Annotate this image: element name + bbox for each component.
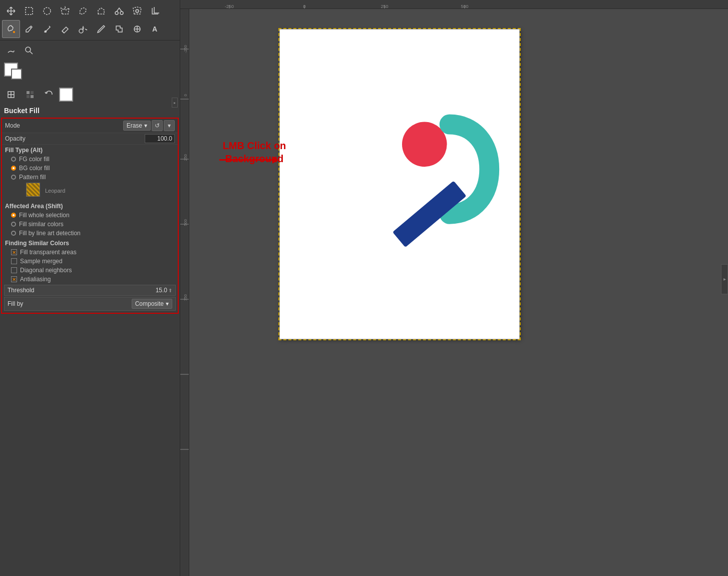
ruler-top: -250 0 250 500: [180, 0, 728, 9]
fill-whole-selection-option[interactable]: Fill whole selection: [2, 211, 178, 220]
diagonal-neighbors-checkbox[interactable]: [11, 267, 17, 273]
threshold-stepper[interactable]: ⬆: [168, 288, 172, 293]
ruler-v-mark-500: 500: [183, 219, 188, 226]
svg-point-2: [115, 12, 118, 15]
move-tool-icon[interactable]: [2, 2, 20, 20]
pencil-icon[interactable]: [20, 20, 38, 38]
paintbrush-icon[interactable]: [38, 20, 56, 38]
drawing-canvas[interactable]: [279, 29, 520, 339]
threshold-row[interactable]: Threshold 15.0 ⬆: [4, 285, 176, 296]
ruler-ticks: [189, 0, 728, 9]
fg-color-fill-radio[interactable]: [11, 157, 16, 162]
color-select-icon[interactable]: [92, 2, 110, 20]
tool-title: Bucket Fill: [0, 105, 180, 117]
svg-point-1: [44, 8, 51, 15]
fill-by-line-art-radio[interactable]: [11, 231, 16, 236]
svg-rect-15: [31, 95, 34, 98]
clone-icon[interactable]: [110, 20, 128, 38]
fill-by-dropdown[interactable]: Composite ▾: [132, 299, 172, 309]
panel-collapse-btn[interactable]: ▸: [172, 98, 178, 108]
tool-icons-row3: [0, 41, 180, 61]
canvas-scroll-area[interactable]: -250 0 250 500 750: [180, 9, 728, 576]
antialiasing-label: Antialiasing: [20, 276, 51, 283]
fill-type-title: Fill Type (Alt): [2, 145, 178, 155]
mode-dropdown[interactable]: Erase ▾: [123, 121, 151, 131]
bg-color-fill-radio[interactable]: [11, 166, 16, 171]
pattern-fill-option[interactable]: Pattern fill: [2, 173, 178, 182]
svg-text:A: A: [152, 25, 157, 33]
sample-merged-row[interactable]: Sample merged: [2, 257, 178, 266]
ellipse-select-icon[interactable]: [38, 2, 56, 20]
canvas-content[interactable]: LMB Click onBackground ▸: [189, 9, 728, 576]
fill-by-label: Fill by: [8, 300, 132, 307]
pattern-fill-label: Pattern fill: [19, 174, 46, 181]
fill-by-line-art-label: Fill by line art detection: [19, 230, 81, 237]
left-toolbar: A: [0, 0, 180, 576]
tool-options-panel: Mode Erase ▾ ↺ ▾ Opacity Fill Type (Alt)…: [1, 118, 179, 314]
color-display[interactable]: [59, 88, 73, 102]
threshold-value: 15.0: [156, 287, 167, 294]
antialiasing-row[interactable]: ✕ Antialiasing: [2, 275, 178, 284]
fill-similar-colors-radio[interactable]: [11, 222, 16, 227]
canvas-artwork: [280, 30, 519, 339]
pattern-fill-radio[interactable]: [11, 175, 16, 180]
fill-transparent-areas-checkbox[interactable]: ✕: [11, 249, 17, 255]
svg-rect-0: [26, 8, 33, 15]
color-swatches-area: [0, 61, 180, 85]
bucket-fill-icon[interactable]: [2, 20, 20, 38]
diagonal-neighbors-label: Diagonal neighbors: [20, 267, 72, 274]
sample-merged-checkbox[interactable]: [11, 258, 17, 264]
free-select-icon[interactable]: [56, 2, 74, 20]
bg-color-fill-label: BG color fill: [19, 165, 50, 172]
fill-similar-colors-label: Fill similar colors: [19, 221, 64, 228]
ruler-top-marks: -250 0 250 500: [189, 0, 728, 9]
affected-area-title: Affected Area (Shift): [2, 201, 178, 211]
fill-similar-colors-option[interactable]: Fill similar colors: [2, 220, 178, 229]
mode-label: Mode: [5, 122, 123, 129]
pattern-icon[interactable]: [21, 86, 39, 104]
crop-icon[interactable]: [146, 2, 164, 20]
panel-resize-handle[interactable]: ▸: [721, 264, 728, 294]
mode-extra-btn[interactable]: ▾: [164, 120, 175, 131]
annotation-text: LMB Click onBackground: [214, 139, 294, 165]
heal-icon[interactable]: [128, 20, 146, 38]
eraser-icon[interactable]: [56, 20, 74, 38]
pattern-preview-row[interactable]: Leopard: [2, 182, 178, 201]
color-swatches-container[interactable]: [4, 63, 24, 83]
smudge-icon[interactable]: [2, 42, 20, 60]
diagonal-neighbors-row[interactable]: Diagonal neighbors: [2, 266, 178, 275]
fg-color-fill-option[interactable]: FG color fill: [2, 155, 178, 164]
opacity-input[interactable]: [145, 134, 175, 143]
undo-icon[interactable]: [40, 86, 58, 104]
ruler-v-mark-250: -250: [183, 45, 188, 53]
airbrush-icon[interactable]: [74, 20, 92, 38]
svg-point-3: [120, 12, 123, 15]
mode-controls: Erase ▾ ↺ ▾: [123, 120, 175, 131]
pattern-name-label: Leopard: [45, 188, 65, 194]
fill-whole-selection-radio[interactable]: [11, 213, 16, 218]
mode-row: Mode Erase ▾ ↺ ▾: [2, 119, 178, 133]
magnify-icon[interactable]: [20, 42, 38, 60]
rect-select-icon[interactable]: [20, 2, 38, 20]
bg-color-fill-option[interactable]: BG color fill: [2, 164, 178, 173]
antialiasing-checkbox[interactable]: ✕: [11, 276, 17, 282]
foreground-select-icon[interactable]: [128, 2, 146, 20]
tool-actions-bar: ▸: [0, 85, 180, 105]
scissors-icon[interactable]: [110, 2, 128, 20]
ruler-v-mark-0: 0: [183, 94, 188, 96]
fuzzy-select-icon[interactable]: [74, 2, 92, 20]
svg-rect-14: [27, 95, 30, 98]
ink-pen-icon[interactable]: [92, 20, 110, 38]
svg-rect-13: [31, 91, 34, 94]
svg-point-6: [45, 31, 47, 33]
fill-by-line-art-option[interactable]: Fill by line art detection: [2, 229, 178, 238]
opacity-row: Opacity: [2, 133, 178, 145]
pattern-thumbnail[interactable]: [26, 183, 40, 197]
bg-color-swatch[interactable]: [11, 69, 22, 80]
svg-point-27: [402, 122, 447, 167]
fill-by-row: Fill by Composite ▾: [4, 297, 176, 311]
text-icon[interactable]: A: [146, 20, 164, 38]
fill-transparent-areas-row[interactable]: ✕ Fill transparent areas: [2, 248, 178, 257]
new-layer-icon[interactable]: [2, 86, 20, 104]
mode-reset-btn[interactable]: ↺: [152, 120, 163, 131]
